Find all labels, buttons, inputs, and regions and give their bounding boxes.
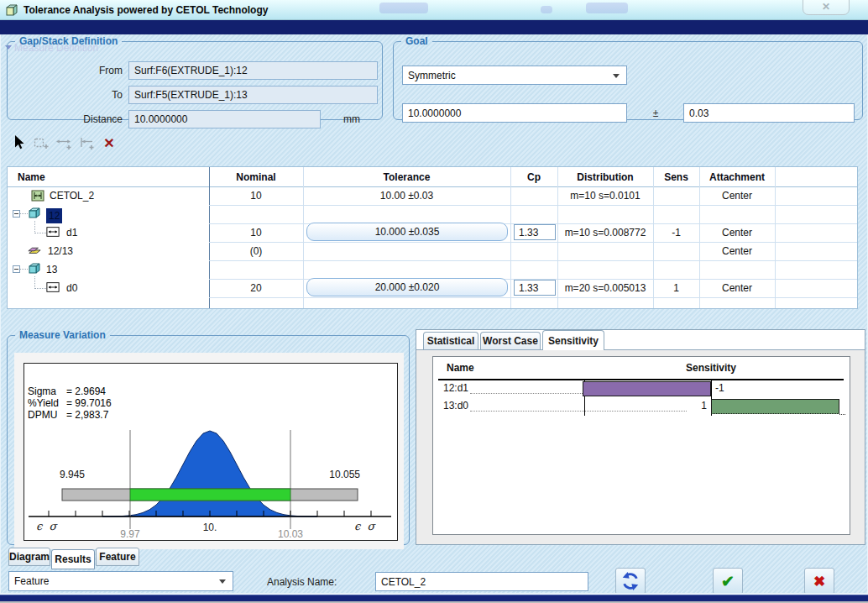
six-sigma-left-label: ϵ σ [36,520,58,532]
tab-statistical[interactable]: Statistical [423,332,478,349]
feature-select[interactable]: Feature [8,571,233,591]
goal-nominal-field[interactable]: 10.0000000 [402,103,627,123]
goal-tolerance-field[interactable]: 0.03 [683,103,855,123]
distribution-value: m=10 s=0.0101 [557,186,653,205]
tree-item-part-12[interactable]: 12 [46,208,62,223]
from-label: From [8,65,123,76]
col-header-name[interactable]: Name [18,167,68,186]
variation-plot: Sigma= 2.9694 %Yield= 99.7016 DPMU= 2,98… [24,363,398,541]
col-header-nominal[interactable]: Nominal [209,167,303,186]
distribution-value: m=10 s=0.008772 [557,223,653,242]
analysis-name-label: Analysis Name: [267,576,337,588]
tolerance-button-d1[interactable]: 10.000 ±0.035 [306,223,508,241]
sensitivity-row-name[interactable]: 12:d1 [443,382,468,394]
titlebar-reflection [379,3,428,13]
tree-item-part-13[interactable]: 13 [46,260,57,279]
tab-results[interactable]: Results [51,549,95,569]
titlebar-reflection [541,6,552,13]
tree-item-joint-12-13[interactable]: 12/13 [48,242,73,260]
col-header-distribution[interactable]: Distribution [557,167,653,186]
attachment-value: Center [699,186,775,205]
collapse-toggle[interactable] [13,210,20,218]
measure-definition-header[interactable]: Measure Definition [0,20,868,34]
measure-variation-legend: Measure Variation [15,329,110,341]
lsl-tick-label: 9.97 [110,528,150,540]
results-panel: Statistical Worst Case Sensitivity Name … [416,329,865,545]
dimension-icon [46,281,60,293]
axis-ticks [49,511,371,516]
gap-stack-legend: Gap/Stack Definition [15,35,122,47]
sensitivity-chart: Name Sensitivity 12:d1 -1 13:d0 1 [432,356,850,535]
titlebar-reflection [586,3,628,13]
tolerance-analysis-window: Tolerance Analysis powered by CETOL Tech… [0,0,868,603]
col-header-sens[interactable]: Sens [653,167,699,186]
yield-stat: %Yield= 99.7016 [28,397,112,409]
units-label: mm [343,113,360,125]
column-divider [775,167,776,308]
delete-button[interactable]: ✕ [101,134,118,151]
add-dimension-icon [55,137,73,151]
tolerance-table: Name Nominal Tolerance Cp Distribution S… [7,166,858,309]
select-cursor-button[interactable] [12,134,27,151]
ok-button[interactable]: ✔ [713,568,743,595]
add-datum-icon [79,137,97,151]
dimension-icon [46,226,60,238]
cp-input-d0[interactable]: 1.33 [514,280,556,296]
part-icon [28,207,41,220]
refresh-button[interactable] [615,568,646,595]
tree-connector [20,209,28,214]
sensitivity-row-name[interactable]: 13:d0 [443,400,468,412]
distance-field[interactable]: 10.0000000 [128,110,321,128]
attachment-value: Center [699,279,775,297]
header-rule [438,379,844,380]
measure-variation-group: Measure Variation [7,329,410,545]
sens-value: -1 [653,223,699,242]
tab-diagram[interactable]: Diagram [8,548,50,566]
nominal-value: 20 [209,279,303,297]
bar-low-label: 9.945 [60,469,85,480]
sigma-stat: Sigma= 2.9694 [28,385,112,397]
chevron-down-icon [613,74,620,78]
col-header-attachment[interactable]: Attachment [699,167,775,186]
cancel-icon: ✖ [813,573,825,590]
add-measurement-button[interactable] [34,137,50,151]
tolerance-value: 10.00 ±0.03 [303,186,510,205]
usl-tick-label: 10.03 [270,528,311,540]
goal-legend: Goal [401,35,432,47]
delete-icon: ✕ [103,135,114,151]
add-datum-button[interactable] [79,137,97,151]
to-field[interactable]: Surf:F5(EXTRUDE_1):13 [128,86,378,104]
cancel-button[interactable]: ✖ [804,568,834,595]
tree-item-d1[interactable]: d1 [66,223,77,242]
goal-type-select[interactable]: Symmetric [402,66,627,85]
normal-curve [102,431,317,516]
gap-stack-group: Gap/Stack Definition From Surf:F6(EXTRUD… [7,35,383,120]
six-sigma-right-label: ϵ σ [354,520,376,532]
close-button[interactable]: ✕ [803,0,850,15]
row-divider [209,260,857,261]
tab-sensitivity[interactable]: Sensitivity [542,330,604,350]
plus-minus-label: ± [646,103,666,123]
analysis-name-input[interactable]: CETOL_2 [375,572,588,591]
tree-connector [34,276,46,289]
tree-item-d0[interactable]: d0 [66,279,77,297]
bottom-bar [0,595,868,601]
tolerance-button-d0[interactable]: 20.000 ±0.020 [306,278,508,296]
col-header-cp[interactable]: Cp [510,167,557,186]
sensitivity-value-header: Sensitivity [644,362,778,374]
from-field[interactable]: Surf:F6(EXTRUDE_1):12 [128,61,378,80]
tab-worst-case[interactable]: Worst Case [480,332,541,349]
tab-feature[interactable]: Feature [96,548,139,566]
sensitivity-bar-positive [711,399,839,414]
add-dimension-button[interactable] [55,137,73,151]
window-title: Tolerance Analysis powered by CETOL Tech… [24,4,268,16]
spec-range-bar [130,489,290,501]
cp-input-d1[interactable]: 1.33 [514,224,556,240]
distribution-value: m=20 s=0.005013 [557,279,653,297]
collapse-toggle[interactable] [13,265,20,273]
dotted-leader [470,410,687,412]
refresh-icon [620,571,641,591]
plot-frame: Sigma= 2.9694 %Yield= 99.7016 DPMU= 2,98… [14,353,404,549]
tree-item-cetol2[interactable]: CETOL_2 [50,186,94,205]
col-header-tolerance[interactable]: Tolerance [303,167,510,186]
